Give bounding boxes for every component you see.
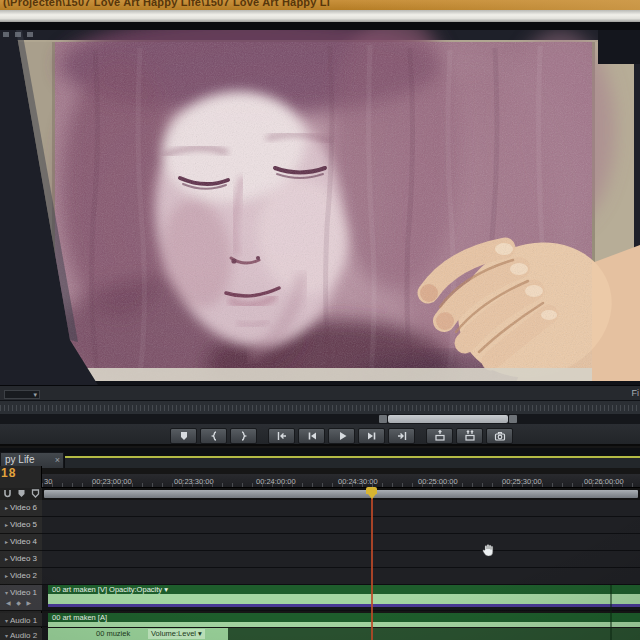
track-video2[interactable] <box>42 568 640 585</box>
step-back-button[interactable] <box>298 428 325 444</box>
monitor-scrub-bar[interactable] <box>0 400 640 414</box>
clip-audio1-body[interactable] <box>48 622 640 627</box>
mixdown-icon[interactable] <box>31 489 40 499</box>
ruler-ticks <box>42 483 640 487</box>
play-button[interactable] <box>328 428 355 444</box>
work-area-row <box>42 488 640 500</box>
window-title: (\Projecten\1507 Love Art Happy Life\150… <box>3 0 330 8</box>
keyframe-nav[interactable]: ◀ ◆ ▶ <box>6 599 33 606</box>
timeline-panel: py Life× 18 30 00:23:00:00 00:23:30:00 0… <box>0 446 640 640</box>
tab-close-icon[interactable]: × <box>55 453 60 467</box>
scrub-tick-marks <box>0 405 640 411</box>
clip-audio1-title[interactable]: 00 art maken [A] <box>48 613 640 622</box>
transport-controls <box>0 424 640 446</box>
scrollbar-thumb[interactable] <box>388 415 508 423</box>
export-frame-button[interactable] <box>486 428 513 444</box>
go-to-in-button[interactable] <box>268 428 295 444</box>
clip-audio2-tail[interactable] <box>228 628 640 640</box>
playback-resolution-dropdown[interactable]: ▾ <box>4 390 40 399</box>
mark-in-button[interactable] <box>200 428 227 444</box>
monitor-horizontal-scrollbar[interactable] <box>0 414 640 424</box>
hand-cursor-icon <box>480 542 496 558</box>
track-video4[interactable] <box>42 534 640 551</box>
menu-strip-overexposed <box>0 10 640 22</box>
lift-button[interactable] <box>426 428 453 444</box>
extract-button[interactable] <box>456 428 483 444</box>
program-monitor-toolbar: ▾ Fi <box>0 385 640 400</box>
track-header-video5[interactable]: ▸Video 5 <box>0 517 42 534</box>
scrollbar-right-cap[interactable] <box>509 415 517 423</box>
titlebar-glare <box>340 0 640 10</box>
track-header-video3[interactable]: ▸Video 3 <box>0 551 42 568</box>
add-marker-button[interactable] <box>170 428 197 444</box>
artwork-video-frame <box>0 30 640 385</box>
track-video6[interactable] <box>42 500 640 517</box>
panel-menu-icon[interactable] <box>3 32 9 37</box>
panel-accent-bar <box>65 456 640 468</box>
track-header-video2[interactable]: ▸Video 2 <box>0 568 42 585</box>
sequence-marker-icon[interactable] <box>17 489 26 499</box>
program-monitor-preview <box>0 30 640 385</box>
window-top-dark-band <box>0 22 640 30</box>
timeline-toolbar <box>0 488 42 500</box>
playhead-marker[interactable] <box>366 487 377 494</box>
work-area-bar[interactable] <box>44 490 638 498</box>
playhead-line <box>371 497 373 640</box>
timeline-timecode[interactable]: 18 <box>1 466 16 480</box>
panel-close-icon[interactable] <box>27 32 33 37</box>
panel-mini-icons <box>3 32 33 37</box>
go-to-out-button[interactable] <box>388 428 415 444</box>
track-header-video1[interactable]: ▾Video 1 ◀ ◆ ▶ <box>0 585 42 611</box>
timeline-tab-row: py Life× <box>0 448 640 468</box>
time-ruler[interactable]: 30 00:23:00:00 00:23:30:00 00:24:00:00 0… <box>42 474 640 488</box>
opacity-rubber-band[interactable] <box>48 604 640 607</box>
track-header-video4[interactable]: ▸Video 4 <box>0 534 42 551</box>
track-header-video6[interactable]: ▸Video 6 <box>0 500 42 517</box>
snap-icon[interactable] <box>3 489 12 499</box>
track-header-audio2[interactable]: ▾Audio 2 <box>0 628 42 640</box>
track-video5[interactable] <box>42 517 640 534</box>
fit-zoom-dropdown[interactable]: Fi <box>632 388 640 398</box>
audio2-volume-effect[interactable]: Volume:Level ▾ <box>148 629 205 639</box>
track-header-audio1[interactable]: ▾Audio 1 <box>0 613 42 627</box>
panel-dropdown-icon[interactable] <box>15 32 21 37</box>
screenshot-root: (\Projecten\1507 Love Art Happy Life\150… <box>0 0 640 640</box>
clip-video1-title[interactable]: 00 art maken [V] Opacity:Opacity ▾ <box>48 585 640 594</box>
scrollbar-left-cap[interactable] <box>379 415 387 423</box>
track-video3[interactable] <box>42 551 640 568</box>
step-forward-button[interactable] <box>358 428 385 444</box>
window-title-bar: (\Projecten\1507 Love Art Happy Life\150… <box>0 0 640 10</box>
edit-point-line <box>610 585 612 640</box>
mark-out-button[interactable] <box>230 428 257 444</box>
